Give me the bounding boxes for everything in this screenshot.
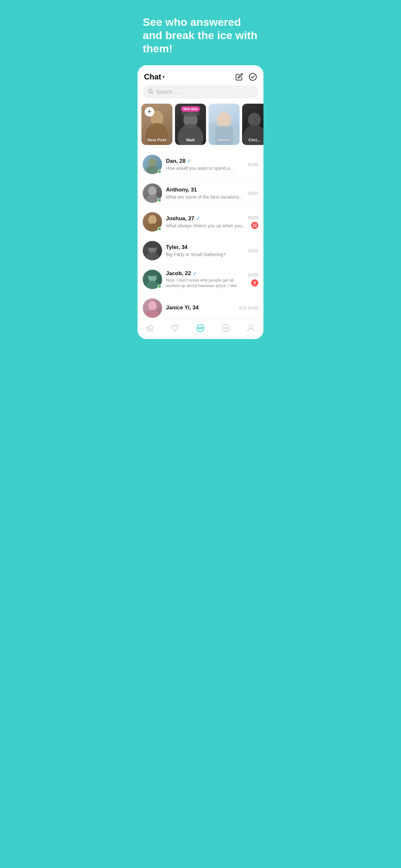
chat-meta-jacob: 03/20 9 bbox=[248, 273, 258, 286]
avatar-wrap-joshua bbox=[143, 212, 162, 231]
avatar-wrap-tyler bbox=[143, 241, 162, 260]
svg-point-21 bbox=[147, 243, 158, 248]
avatar-tyler bbox=[143, 241, 162, 260]
header-icons bbox=[235, 73, 257, 81]
home-icon bbox=[146, 324, 154, 332]
chat-content-tyler: Tyler, 34 Big Party or Small Gathering? bbox=[166, 244, 244, 257]
chat-time-dan: 03:00 bbox=[248, 162, 258, 167]
chat-content-jacob: Jacob, 22 ✓ Nice. I don't know why peopl… bbox=[166, 270, 244, 289]
svg-point-14 bbox=[145, 166, 159, 174]
chat-title-text: Chat bbox=[144, 72, 161, 82]
chat-meta-dan: 03:00 bbox=[248, 162, 258, 167]
svg-rect-28 bbox=[151, 329, 153, 331]
svg-point-32 bbox=[202, 328, 203, 329]
chat-item-joshua[interactable]: Joshua, 27 ✓ What always cheers you up w… bbox=[143, 208, 258, 237]
chat-name-row-jacob: Jacob, 22 ✓ bbox=[166, 270, 244, 277]
chat-item-jacob[interactable]: Jacob, 22 ✓ Nice. I don't know why peopl… bbox=[143, 265, 258, 294]
svg-point-0 bbox=[249, 73, 256, 81]
chat-name-janice: Janice Yi, 34 bbox=[166, 305, 198, 311]
svg-point-34 bbox=[225, 327, 227, 329]
svg-point-24 bbox=[147, 271, 158, 276]
story-james[interactable]: James bbox=[209, 104, 240, 145]
online-dot-joshua bbox=[158, 227, 161, 231]
chat-item-anthony[interactable]: Anthony, 31 What are some of the best va… bbox=[143, 179, 258, 208]
search-bar[interactable]: Search...... bbox=[143, 85, 258, 98]
hero-section: See who answered and break the ice with … bbox=[134, 0, 267, 65]
verified-dan: ✓ bbox=[187, 158, 191, 164]
online-dot-dan bbox=[158, 169, 161, 174]
app-card: Chat ▾ Search.. bbox=[137, 65, 264, 339]
nav-home[interactable] bbox=[146, 324, 154, 332]
new-post-label: New Post bbox=[142, 137, 173, 143]
chat-time-janice: 今日 03:00 bbox=[238, 305, 258, 311]
svg-point-31 bbox=[200, 328, 201, 329]
chat-preview-anthony: What are some of the best vacations... bbox=[166, 194, 243, 199]
nav-likes[interactable] bbox=[171, 324, 179, 332]
verified-jacob: ✓ bbox=[193, 271, 197, 277]
hero-title: See who answered and break the ice with … bbox=[143, 16, 258, 55]
heart-icon bbox=[171, 324, 179, 332]
chat-meta-tyler: 03/20 bbox=[248, 248, 258, 253]
chat-item-tyler[interactable]: Tyler, 34 Big Party or Small Gathering? … bbox=[143, 237, 258, 265]
chat-meta-janice: 今日 03:00 bbox=[238, 305, 258, 311]
svg-point-26 bbox=[145, 310, 159, 318]
chat-meta-joshua: 03/20 12 bbox=[248, 215, 258, 229]
verified-joshua: ✓ bbox=[196, 215, 200, 221]
svg-point-15 bbox=[148, 186, 157, 196]
chat-name-joshua: Joshua, 27 bbox=[166, 215, 194, 222]
chat-item-janice[interactable]: Janice Yi, 34 今日 03:00 bbox=[143, 294, 258, 318]
chat-content-janice: Janice Yi, 34 bbox=[166, 305, 235, 312]
bottom-nav bbox=[137, 319, 264, 339]
chat-content-dan: Dan, 28 ✓ How would you want to spend a.… bbox=[166, 158, 244, 171]
explore-icon bbox=[222, 324, 230, 332]
chat-name-row-janice: Janice Yi, 34 bbox=[166, 305, 235, 311]
story-matt[interactable]: New date Matt bbox=[175, 104, 206, 145]
chat-header: Chat ▾ bbox=[137, 65, 264, 85]
online-dot-jacob bbox=[158, 284, 161, 288]
chat-preview-joshua: What always cheers you up when you... bbox=[166, 223, 246, 228]
avatar-wrap-janice bbox=[143, 299, 162, 318]
new-date-badge: New date bbox=[181, 106, 200, 112]
svg-point-30 bbox=[198, 328, 199, 329]
stories-row: + New Post New date Matt James bbox=[137, 104, 264, 150]
chat-item-dan[interactable]: Dan, 28 ✓ How would you want to spend a.… bbox=[143, 150, 258, 179]
svg-point-25 bbox=[148, 301, 157, 311]
svg-point-35 bbox=[249, 325, 252, 329]
chat-name-dan: Dan, 28 bbox=[166, 158, 185, 164]
chat-content-anthony: Anthony, 31 What are some of the best va… bbox=[166, 187, 244, 200]
svg-rect-27 bbox=[148, 328, 150, 331]
svg-point-20 bbox=[145, 252, 159, 260]
chat-name-jacob: Jacob, 22 bbox=[166, 270, 191, 277]
dropdown-arrow-icon: ▾ bbox=[162, 74, 165, 80]
search-placeholder: Search...... bbox=[156, 89, 181, 95]
chat-name-row-anthony: Anthony, 31 bbox=[166, 187, 244, 193]
matt-label: Matt bbox=[175, 137, 206, 143]
online-dot-anthony bbox=[158, 198, 161, 202]
chat-name-row-tyler: Tyler, 34 bbox=[166, 244, 244, 251]
james-label: James bbox=[209, 137, 240, 143]
story-chris[interactable]: Chri... bbox=[242, 104, 264, 145]
nav-profile[interactable] bbox=[247, 324, 255, 332]
chat-preview-jacob: Nice. I don't know why people get all wo… bbox=[166, 278, 244, 289]
chat-time-anthony: 03/21 bbox=[248, 191, 258, 196]
chat-preview-tyler: Big Party or Small Gathering? bbox=[166, 252, 226, 257]
chat-name-tyler: Tyler, 34 bbox=[166, 244, 188, 251]
compose-button[interactable] bbox=[235, 73, 243, 81]
chat-icon bbox=[196, 323, 205, 333]
avatar-janice bbox=[143, 299, 162, 318]
checkmark-button[interactable] bbox=[249, 73, 257, 81]
svg-point-17 bbox=[148, 215, 157, 225]
svg-point-16 bbox=[145, 195, 159, 203]
nav-explore[interactable] bbox=[222, 324, 230, 332]
story-new-post[interactable]: + New Post bbox=[142, 104, 173, 145]
chat-name-anthony: Anthony, 31 bbox=[166, 187, 197, 193]
chat-preview-dan: How would you want to spend a... bbox=[166, 166, 234, 171]
chat-time-jacob: 03/20 bbox=[248, 273, 258, 277]
avatar-wrap-anthony bbox=[143, 183, 162, 203]
chat-time-joshua: 03/20 bbox=[248, 215, 258, 220]
svg-point-13 bbox=[149, 158, 156, 167]
chat-name-row-dan: Dan, 28 ✓ bbox=[166, 158, 244, 164]
profile-icon bbox=[247, 324, 255, 332]
nav-chat[interactable] bbox=[196, 323, 205, 333]
chat-title[interactable]: Chat ▾ bbox=[144, 72, 165, 82]
